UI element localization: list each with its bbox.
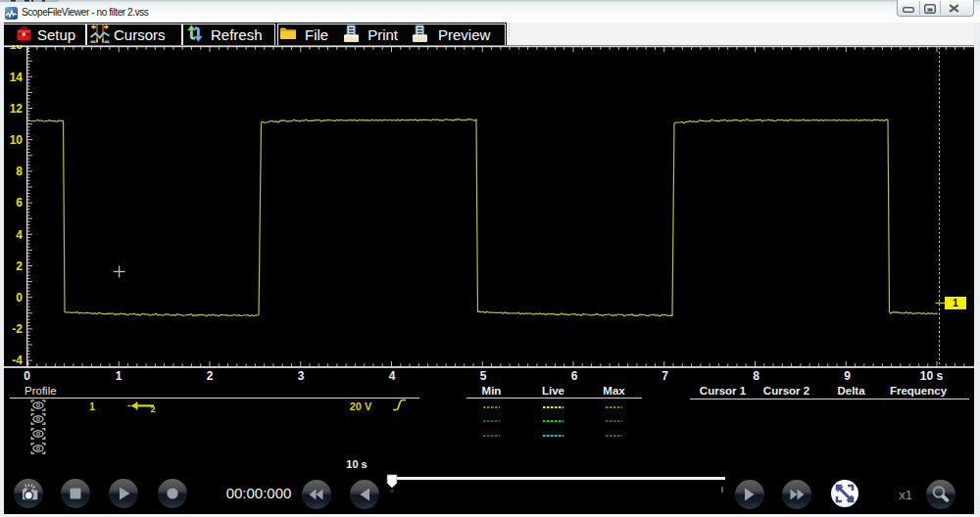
svg-text:10: 10 [10,133,24,147]
svg-text:0: 0 [16,291,23,305]
svg-text:14: 14 [10,70,24,84]
svg-text:1: 1 [953,297,958,308]
svg-text:-4: -4 [12,353,23,367]
svg-text:2: 2 [151,404,156,414]
svg-text:8: 8 [16,164,23,178]
svg-text:4: 4 [16,228,23,242]
svg-text:-2: -2 [12,322,23,336]
svg-text:12: 12 [10,102,24,116]
svg-text:2: 2 [16,259,23,273]
svg-text:6: 6 [16,196,23,210]
